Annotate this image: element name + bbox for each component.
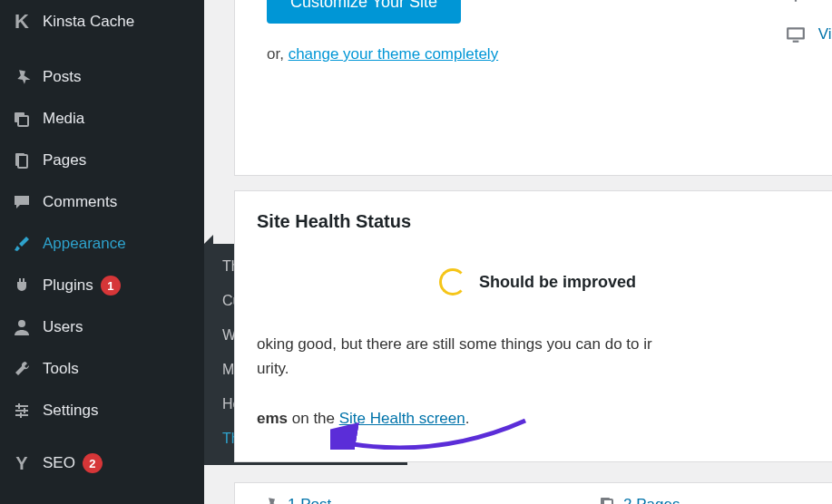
sidebar-item-appearance[interactable]: Appearance [0,223,204,265]
sidebar-item-seo[interactable]: Y SEO 2 [0,442,204,484]
sidebar-item-label: Plugins [43,276,93,295]
svg-rect-6 [15,410,28,412]
svg-rect-12 [788,30,802,38]
sidebar-item-label: Pages [43,151,86,170]
svg-rect-1 [18,116,28,126]
pushpin-icon [12,68,32,86]
sidebar-item-kinsta-cache[interactable]: K Kinsta Cache [0,0,204,44]
sidebar-item-pages[interactable]: Pages [0,140,204,181]
sidebar-item-posts[interactable]: Posts [0,56,204,98]
sidebar-item-tools[interactable]: Tools [0,348,204,390]
tools-wrench-icon [12,360,32,378]
site-health-screen-link[interactable]: Site Health screen [339,410,465,427]
kinsta-icon: K [12,10,32,34]
side-link-add[interactable]: Ad [786,0,832,5]
settings-sliders-icon [12,402,32,420]
side-link-label: Vie [818,25,832,44]
customize-site-button[interactable]: Customize Your Site [267,0,461,24]
or-prefix: or, [267,45,289,63]
progress-spinner-icon [439,268,466,296]
sidebar-item-label: Users [43,318,83,336]
sidebar-item-users[interactable]: Users [0,306,204,348]
screen-icon [786,24,806,44]
side-link-view[interactable]: Vie [786,24,832,44]
site-health-panel: Site Health Status Should be improved ok… [234,190,832,462]
at-a-glance-panel: 1 Post 2 Pages [234,482,832,504]
update-badge: 1 [101,276,121,296]
svg-point-4 [18,320,25,327]
change-theme-link[interactable]: change your theme completely [289,45,499,63]
side-link-label: Ad [818,0,832,4]
stat-posts-label: 1 Post [288,496,331,504]
sidebar-item-label: Settings [43,402,98,420]
plugins-icon [12,276,32,295]
pages-icon [12,151,32,170]
sidebar-item-settings[interactable]: Settings [0,390,204,431]
sidebar-item-plugins[interactable]: Plugins 1 [0,265,204,306]
welcome-side-links: Ad Vie [786,0,832,64]
sidebar-item-label: Kinsta Cache [43,13,134,31]
sidebar-item-comments[interactable]: Comments [0,181,204,223]
sidebar-item-media[interactable]: Media [0,98,204,140]
seo-yoast-icon: Y [12,453,32,474]
svg-rect-8 [18,403,20,409]
site-health-items-line: ems on the Site Health screen. [257,410,818,428]
pages-icon [598,496,616,504]
admin-sidebar: K Kinsta Cache Posts Media Pages Comment… [0,0,204,504]
welcome-panel: Customize Your Site or, change your them… [234,0,832,176]
site-health-description: oking good, but there are still some thi… [257,332,818,381]
sidebar-item-label: Comments [43,193,117,211]
sidebar-item-label: SEO [43,454,75,472]
site-health-title: Site Health Status [257,211,818,232]
sidebar-item-label: Posts [43,68,82,86]
users-icon [12,318,32,336]
svg-rect-9 [24,408,25,413]
media-icon [12,110,32,128]
or-change-theme-line: or, change your theme completely [267,45,820,63]
stat-posts[interactable]: 1 Post [262,496,331,504]
plus-icon [786,0,806,5]
stat-pages-label: 2 Pages [623,496,680,504]
site-health-status-row: Should be improved [257,268,818,296]
appearance-brush-icon [12,235,32,253]
dashboard-main: Customize Your Site or, change your them… [204,0,832,504]
stat-pages[interactable]: 2 Pages [598,496,680,504]
pushpin-icon [262,496,280,504]
svg-rect-10 [20,412,22,418]
site-health-status-label: Should be improved [479,273,636,292]
svg-rect-15 [603,499,612,504]
sidebar-item-label: Appearance [43,235,126,253]
comments-icon [12,193,32,211]
sidebar-item-label: Tools [43,360,79,378]
sidebar-item-label: Media [43,110,84,128]
update-badge: 2 [83,453,103,473]
svg-rect-3 [18,155,27,168]
svg-rect-5 [15,405,28,407]
svg-rect-13 [792,41,798,43]
